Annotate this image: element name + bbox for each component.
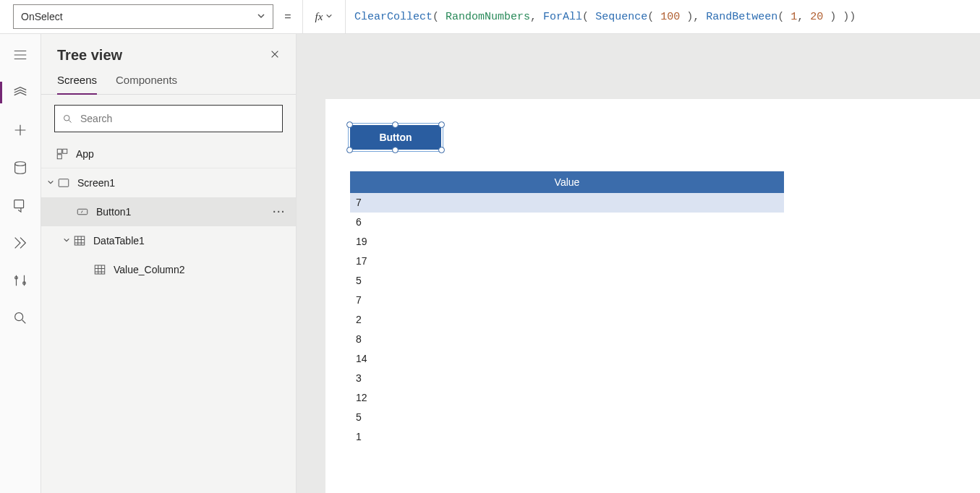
tree-item-label: App (76, 148, 94, 160)
tree-item-label: Value_Column2 (114, 264, 185, 275)
chevron-down-icon[interactable] (46, 179, 56, 187)
svg-point-2 (15, 313, 23, 321)
tree-item-label: Screen1 (77, 177, 115, 189)
formula-token: ( (777, 11, 791, 23)
datatable-row[interactable]: 17 (350, 252, 784, 271)
left-rail (0, 34, 41, 493)
svg-rect-7 (59, 179, 69, 187)
formula-token: RandBetween (706, 11, 777, 23)
formula-token: ClearCollect (354, 11, 433, 23)
chevron-down-icon (257, 11, 265, 22)
search-icon[interactable] (12, 310, 28, 326)
formula-token: ( (647, 11, 660, 23)
power-automate-icon[interactable] (12, 235, 28, 251)
resize-handle[interactable] (438, 121, 445, 128)
datatable-row[interactable]: 8 (350, 330, 784, 349)
datatable-row[interactable]: 5 (350, 408, 784, 427)
media-icon[interactable] (12, 197, 28, 213)
datatable-row[interactable]: 6 (350, 213, 784, 232)
svg-rect-6 (57, 154, 61, 158)
chevron-down-icon (325, 12, 333, 21)
fx-label: fx (315, 11, 323, 23)
formula-token: RandomNumbers (446, 11, 530, 23)
tree-list: App Screen1 Button1 ··· (41, 140, 296, 493)
canvas[interactable]: Button Value 76191757281431251 (297, 34, 980, 493)
svg-rect-5 (63, 149, 67, 153)
datatable-row[interactable]: 5 (350, 271, 784, 291)
more-icon[interactable]: ··· (273, 206, 286, 218)
canvas-datatable[interactable]: Value 76191757281431251 (350, 171, 784, 447)
datatable-row[interactable]: 14 (350, 349, 784, 369)
formula-token: ForAll (543, 11, 582, 23)
tree-item-button1[interactable]: Button1 ··· (41, 197, 296, 226)
formula-token: Sequence (595, 11, 647, 23)
tree-search[interactable] (54, 105, 283, 132)
resize-handle[interactable] (392, 121, 399, 128)
svg-rect-10 (95, 265, 105, 274)
resize-handle[interactable] (392, 147, 399, 153)
canvas-button[interactable]: Button (350, 125, 441, 150)
data-icon[interactable] (12, 160, 28, 176)
tab-components[interactable]: Components (116, 74, 177, 94)
search-icon (62, 113, 73, 124)
tree-item-app[interactable]: App (41, 140, 296, 168)
datatable-header[interactable]: Value (350, 171, 784, 193)
tree-tabs: Screens Components (41, 64, 296, 95)
datatable-row[interactable]: 7 (350, 193, 784, 213)
formula-token: 1 (791, 11, 797, 23)
datatable-row[interactable]: 12 (350, 388, 784, 408)
tree-item-datatable1[interactable]: DataTable1 (41, 226, 296, 255)
formula-input[interactable]: ClearCollect( RandomNumbers, ForAll( Seq… (346, 0, 980, 33)
screen-artboard[interactable]: Button Value 76191757281431251 (325, 99, 980, 493)
tree-item-label: Button1 (96, 206, 131, 218)
resize-handle[interactable] (346, 121, 353, 128)
hamburger-icon[interactable] (12, 47, 28, 63)
canvas-button-selection[interactable]: Button (350, 125, 441, 150)
screen-icon (57, 176, 70, 189)
svg-rect-9 (74, 236, 85, 245)
datatable-row[interactable]: 19 (350, 232, 784, 252)
formula-token: ( (582, 11, 595, 23)
svg-rect-4 (57, 149, 61, 153)
datatable-row[interactable]: 3 (350, 369, 784, 388)
formula-token: ( (433, 11, 446, 23)
svg-rect-1 (14, 200, 24, 208)
formula-token: 20 (810, 11, 823, 23)
property-dropdown[interactable]: OnSelect (13, 4, 273, 29)
app-icon (56, 147, 69, 160)
tab-screens[interactable]: Screens (57, 74, 97, 95)
tree-item-screen1[interactable]: Screen1 (41, 168, 296, 197)
datatable-row[interactable]: 7 (350, 291, 784, 310)
fx-dropdown[interactable]: fx (302, 0, 346, 33)
formula-bar: OnSelect = fx ClearCollect( RandomNumber… (0, 0, 980, 34)
tree-item-value-column[interactable]: Value_Column2 (41, 255, 296, 284)
chevron-down-icon[interactable] (61, 236, 72, 245)
tree-view-icon[interactable] (12, 85, 28, 100)
formula-token: 100 (660, 11, 680, 23)
tree-view-panel: Tree view Screens Components App (41, 34, 297, 493)
formula-token: , (797, 11, 810, 23)
formula-token: ), (680, 11, 706, 23)
button-icon (76, 205, 89, 218)
svg-point-0 (15, 162, 26, 166)
formula-token: , (530, 11, 543, 23)
datatable-row[interactable]: 2 (350, 310, 784, 330)
insert-icon[interactable] (12, 122, 28, 138)
resize-handle[interactable] (438, 147, 445, 153)
equals-label: = (273, 0, 302, 33)
svg-rect-8 (77, 209, 88, 215)
resize-handle[interactable] (346, 147, 353, 153)
formula-token: ) )) (823, 11, 856, 23)
property-dropdown-value: OnSelect (21, 11, 63, 22)
tree-view-title: Tree view (57, 47, 122, 64)
close-icon[interactable] (270, 48, 280, 63)
column-icon (93, 263, 106, 276)
tree-item-label: DataTable1 (93, 235, 145, 246)
datatable-icon (73, 234, 86, 247)
tree-search-input[interactable] (79, 112, 275, 125)
datatable-row[interactable]: 1 (350, 427, 784, 447)
svg-point-3 (64, 115, 70, 121)
settings-icon[interactable] (12, 273, 28, 288)
